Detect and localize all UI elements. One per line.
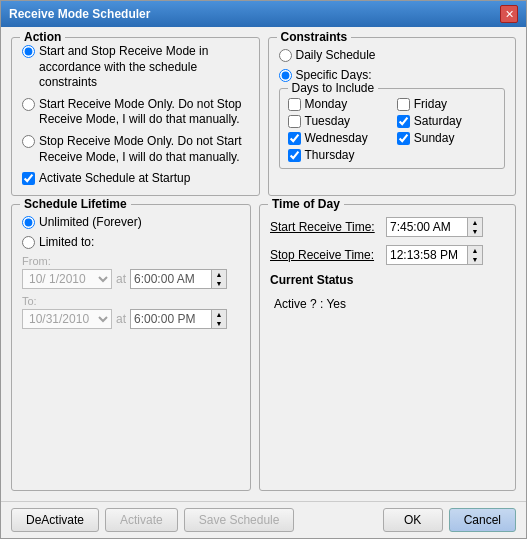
constraints-group: Constraints Daily Schedule Specific Days… xyxy=(268,37,517,196)
start-time-label: Start Receive Time: xyxy=(270,220,380,234)
action-group: Action Start and Stop Receive Mode in ac… xyxy=(11,37,260,196)
current-status-section: Current Status Active ? : Yes xyxy=(270,273,505,317)
schedule-lifetime-group: Schedule Lifetime Unlimited (Forever) Li… xyxy=(11,204,251,491)
from-date-select[interactable]: 10/ 1/2010 xyxy=(22,269,112,289)
action-radio-2[interactable] xyxy=(22,98,35,111)
wednesday-label: Wednesday xyxy=(305,131,368,145)
specific-days-label: Specific Days: xyxy=(296,68,372,82)
saturday-label: Saturday xyxy=(414,114,462,128)
unlimited-radio[interactable] xyxy=(22,216,35,229)
activate-startup-checkbox[interactable] xyxy=(22,172,35,185)
ok-button[interactable]: OK xyxy=(383,508,443,532)
thursday-row: Thursday xyxy=(288,148,387,162)
start-time-down[interactable]: ▼ xyxy=(468,227,482,236)
saturday-row: Saturday xyxy=(397,114,496,128)
to-time-group: ▲ ▼ xyxy=(130,309,227,329)
action-label-1: Start and Stop Receive Mode in accordanc… xyxy=(39,44,249,91)
days-group: Days to Include Monday Friday xyxy=(279,88,506,169)
wednesday-checkbox[interactable] xyxy=(288,132,301,145)
current-status-title: Current Status xyxy=(270,273,505,287)
monday-label: Monday xyxy=(305,97,348,111)
thursday-label: Thursday xyxy=(305,148,355,162)
stop-time-group: ▲ ▼ xyxy=(386,245,483,265)
to-date-select[interactable]: 10/31/2010 xyxy=(22,309,112,329)
sunday-checkbox[interactable] xyxy=(397,132,410,145)
activate-startup-label: Activate Schedule at Startup xyxy=(39,171,190,185)
action-option-2: Start Receive Mode Only. Do not Stop Rec… xyxy=(22,97,249,128)
to-time-spin: ▲ ▼ xyxy=(211,310,226,328)
window-title: Receive Mode Scheduler xyxy=(9,7,150,21)
friday-label: Friday xyxy=(414,97,447,111)
days-grid: Monday Friday Tuesday xyxy=(288,97,497,162)
start-time-up[interactable]: ▲ xyxy=(468,218,482,227)
activate-button[interactable]: Activate xyxy=(105,508,178,532)
stop-time-down[interactable]: ▼ xyxy=(468,255,482,264)
from-date-row: 10/ 1/2010 at ▲ ▼ xyxy=(22,269,240,289)
saturday-checkbox[interactable] xyxy=(397,115,410,128)
save-schedule-button[interactable]: Save Schedule xyxy=(184,508,295,532)
from-time-up[interactable]: ▲ xyxy=(212,270,226,279)
sunday-label: Sunday xyxy=(414,131,455,145)
schedule-lifetime-title: Schedule Lifetime xyxy=(20,197,131,211)
constraints-inner: Daily Schedule Specific Days: Days to In… xyxy=(279,48,506,169)
limited-label: Limited to: xyxy=(39,235,94,249)
action-group-title: Action xyxy=(20,30,65,44)
status-text: Active ? : Yes xyxy=(270,291,505,317)
unlimited-option: Unlimited (Forever) xyxy=(22,215,240,229)
deactivate-button[interactable]: DeActivate xyxy=(11,508,99,532)
days-group-title: Days to Include xyxy=(288,81,379,95)
time-of-day-title: Time of Day xyxy=(268,197,344,211)
monday-row: Monday xyxy=(288,97,387,111)
title-bar: Receive Mode Scheduler ✕ xyxy=(1,1,526,27)
start-time-input[interactable] xyxy=(387,219,467,235)
constraints-group-title: Constraints xyxy=(277,30,352,44)
lifetime-options: Unlimited (Forever) Limited to: xyxy=(22,215,240,249)
tuesday-label: Tuesday xyxy=(305,114,351,128)
close-button[interactable]: ✕ xyxy=(500,5,518,23)
action-label-2: Start Receive Mode Only. Do not Stop Rec… xyxy=(39,97,249,128)
stop-time-row: Stop Receive Time: ▲ ▼ xyxy=(270,245,505,265)
action-label-3: Stop Receive Mode Only. Do not Start Rec… xyxy=(39,134,249,165)
to-date-row: 10/31/2010 at ▲ ▼ xyxy=(22,309,240,329)
sunday-row: Sunday xyxy=(397,131,496,145)
daily-radio[interactable] xyxy=(279,49,292,62)
from-time-group: ▲ ▼ xyxy=(130,269,227,289)
stop-time-spin: ▲ ▼ xyxy=(467,246,482,264)
to-time-down[interactable]: ▼ xyxy=(212,319,226,328)
from-label: From: xyxy=(22,255,240,267)
footer: DeActivate Activate Save Schedule OK Can… xyxy=(1,501,526,538)
monday-checkbox[interactable] xyxy=(288,98,301,111)
from-time-down[interactable]: ▼ xyxy=(212,279,226,288)
main-window: Receive Mode Scheduler ✕ Action Start an… xyxy=(0,0,527,539)
stop-time-up[interactable]: ▲ xyxy=(468,246,482,255)
friday-row: Friday xyxy=(397,97,496,111)
limited-radio[interactable] xyxy=(22,236,35,249)
to-label: To: xyxy=(22,295,240,307)
content-area: Action Start and Stop Receive Mode in ac… xyxy=(1,27,526,501)
to-time-input[interactable] xyxy=(131,311,211,327)
action-radio-3[interactable] xyxy=(22,135,35,148)
tuesday-row: Tuesday xyxy=(288,114,387,128)
action-option-1: Start and Stop Receive Mode in accordanc… xyxy=(22,44,249,91)
tuesday-checkbox[interactable] xyxy=(288,115,301,128)
unlimited-label: Unlimited (Forever) xyxy=(39,215,142,229)
from-at-label: at xyxy=(116,272,126,286)
activate-startup-row: Activate Schedule at Startup xyxy=(22,171,249,185)
friday-checkbox[interactable] xyxy=(397,98,410,111)
time-of-day-group: Time of Day Start Receive Time: ▲ ▼ Stop… xyxy=(259,204,516,491)
thursday-checkbox[interactable] xyxy=(288,149,301,162)
to-time-up[interactable]: ▲ xyxy=(212,310,226,319)
from-time-input[interactable] xyxy=(131,271,211,287)
stop-time-label: Stop Receive Time: xyxy=(270,248,380,262)
stop-time-input[interactable] xyxy=(387,247,467,263)
action-option-3: Stop Receive Mode Only. Do not Start Rec… xyxy=(22,134,249,165)
daily-schedule-option: Daily Schedule xyxy=(279,48,506,62)
daily-label: Daily Schedule xyxy=(296,48,376,62)
cancel-button[interactable]: Cancel xyxy=(449,508,516,532)
top-row: Action Start and Stop Receive Mode in ac… xyxy=(11,37,516,196)
from-to-section: From: 10/ 1/2010 at ▲ ▼ xyxy=(22,255,240,329)
start-time-group: ▲ ▼ xyxy=(386,217,483,237)
action-radio-1[interactable] xyxy=(22,45,35,58)
wednesday-row: Wednesday xyxy=(288,131,387,145)
from-time-spin: ▲ ▼ xyxy=(211,270,226,288)
